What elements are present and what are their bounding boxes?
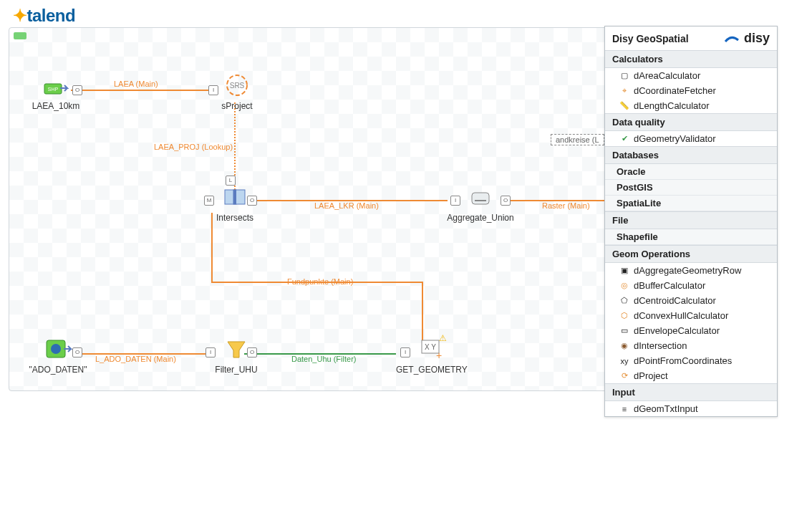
svg-point-10 [51, 344, 61, 354]
filter-icon [222, 335, 251, 363]
port-in[interactable]: I [400, 347, 410, 357]
item-geometry-validator[interactable]: ✔dGeometryValidator [605, 131, 777, 146]
intersect-icon [221, 183, 249, 211]
warning-icon: ⚠ [439, 333, 447, 343]
item-point-from-coord[interactable]: xydPointFromCoordinates [605, 353, 777, 368]
item-geom-txt-input[interactable]: ≡dGeomTxtInput [605, 401, 777, 416]
node-label: Filter_UHU [211, 365, 261, 375]
cat-input[interactable]: Input [605, 383, 777, 401]
port-l[interactable]: L [226, 176, 236, 186]
project-icon: SRS [223, 71, 251, 100]
node-label: Intersects [210, 213, 260, 223]
item-project[interactable]: ⟳dProject [605, 368, 777, 383]
item-centroid-calc[interactable]: ⬠dCentroidCalculator [605, 293, 777, 308]
item-convexhull-calc[interactable]: ⬡dConvexHullCalculator [605, 308, 777, 323]
svg-rect-6 [233, 190, 236, 204]
shapefile-input-icon: SHP [42, 71, 70, 100]
link-daten-uhu: Daten_Uhu (Filter) [291, 355, 356, 363]
palette-header: Disy GeoSpatial disy [605, 27, 777, 50]
srs-icon: ⟳ [619, 371, 629, 381]
sub-shapefile[interactable]: Shapefile [605, 229, 777, 245]
item-buffer-calc[interactable]: ◎dBufferCalculator [605, 278, 777, 293]
canvas-status-chip [14, 32, 26, 39]
link-ado: L_ADO_DATEN (Main) [95, 355, 176, 363]
port-out[interactable]: O [72, 347, 82, 357]
sub-postgis[interactable]: PostGIS [605, 180, 777, 196]
convex-icon: ⬡ [619, 311, 629, 321]
node-label: Aggregate_Union [445, 213, 516, 223]
db-input-icon [44, 335, 72, 363]
item-aggregate-geom[interactable]: ▣dAggregateGeometryRow [605, 263, 777, 278]
link-laea: LAEA (Main) [114, 80, 158, 88]
port-out[interactable]: O [247, 196, 257, 206]
area-icon: ▢ [619, 71, 629, 81]
centroid-icon: ⬠ [619, 296, 629, 306]
palette-title: Disy GeoSpatial [612, 33, 689, 44]
intersection-icon: ◉ [619, 341, 629, 351]
wire-fund-1 [211, 213, 213, 282]
port-in[interactable]: I [450, 196, 460, 206]
cat-calculators[interactable]: Calculators [605, 50, 777, 68]
component-palette[interactable]: Disy GeoSpatial disy Calculators ▢dAreaC… [604, 26, 778, 417]
node-label: "ADO_DATEN" [28, 365, 88, 375]
aggregate-icon [466, 183, 495, 211]
svg-text:+: + [436, 350, 442, 361]
envelope-icon: ▭ [619, 326, 629, 336]
cat-dataquality[interactable]: Data quality [605, 113, 777, 131]
talend-logo: ✦talend [13, 6, 75, 26]
item-intersection[interactable]: ◉dIntersection [605, 338, 777, 353]
node-label: sProject [216, 101, 258, 111]
node-ado-daten[interactable]: O "ADO_DATEN" [28, 335, 88, 375]
sub-spatialite[interactable]: SpatiaLite [605, 196, 777, 211]
port-out[interactable]: O [501, 196, 511, 206]
item-area-calculator[interactable]: ▢dAreaCalculator [605, 68, 777, 83]
node-aggregate[interactable]: I O Aggregate_Union [445, 183, 516, 223]
shield-icon: ✔ [619, 134, 629, 144]
item-coordinate-fetcher[interactable]: ⌖dCoordinateFetcher [605, 83, 777, 98]
port-m[interactable]: M [204, 196, 214, 206]
node-label: LAEA_10km [31, 101, 81, 111]
cat-databases[interactable]: Databases [605, 146, 777, 164]
link-laea-lkr: LAEA_LKR (Main) [314, 201, 379, 210]
node-label: GET_GEOMETRY [396, 365, 465, 375]
link-raster: Raster (Main) [542, 201, 590, 210]
text-input-icon: ≡ [619, 404, 629, 414]
link-fundpunkte: Fundpunkte (Main) [287, 277, 353, 286]
link-laea-proj: LAEA_PROJ (Lookup) [154, 143, 233, 151]
lookup-tag[interactable]: andkreise (L [551, 134, 604, 145]
aggregate-icon: ▣ [619, 266, 629, 276]
buffer-icon: ◎ [619, 281, 629, 291]
node-sproject[interactable]: SRS I sProject [216, 71, 258, 111]
cat-geomops[interactable]: Geom Operations [605, 245, 777, 263]
item-length-calculator[interactable]: 📏dLengthCalculator [605, 98, 777, 113]
node-filter-uhu[interactable]: I O Filter_UHU [211, 335, 261, 375]
disy-logo: disy [724, 31, 770, 46]
svg-rect-8 [475, 200, 486, 201]
port-in[interactable]: I [208, 85, 218, 95]
cat-file[interactable]: File [605, 211, 777, 229]
sub-oracle[interactable]: Oracle [605, 164, 777, 180]
port-in[interactable]: I [206, 347, 216, 357]
port-out[interactable]: O [72, 85, 82, 95]
port-out[interactable]: O [247, 347, 257, 357]
node-intersects[interactable]: M L O Intersects [210, 183, 260, 223]
point-icon: xy [619, 356, 629, 366]
item-envelope-calc[interactable]: ▭dEnvelopeCalculator [605, 323, 777, 338]
svg-text:SHP: SHP [48, 87, 59, 92]
node-get-geometry[interactable]: X Y+ I ⚠ GET_GEOMETRY [396, 335, 465, 375]
svg-rect-7 [472, 193, 489, 204]
node-laea10km[interactable]: SHP O LAEA_10km [31, 71, 81, 111]
wire-laea [71, 90, 217, 91]
svg-text:X Y: X Y [425, 343, 436, 351]
svg-text:SRS: SRS [230, 82, 245, 90]
coord-icon: ⌖ [619, 86, 629, 96]
ruler-icon: 📏 [619, 101, 629, 111]
